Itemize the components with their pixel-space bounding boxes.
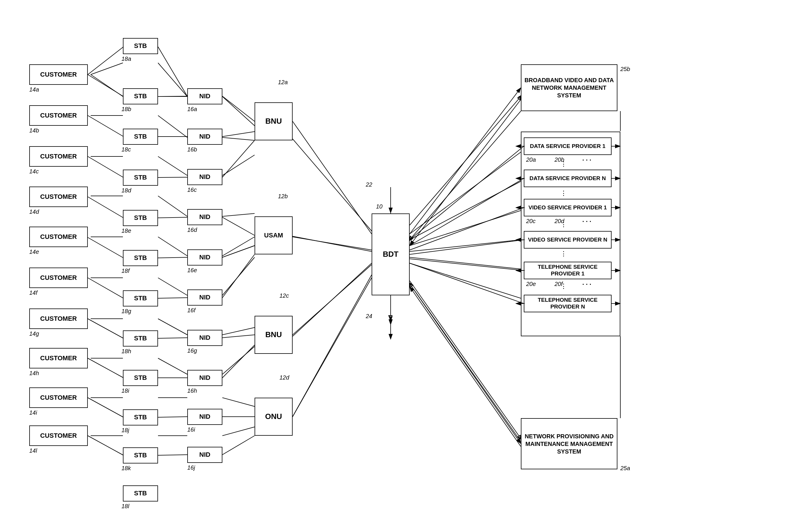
svg-line-57 <box>88 278 124 298</box>
label-18l: 18l <box>122 503 129 510</box>
svg-line-111 <box>410 284 521 444</box>
svg-line-34 <box>292 263 372 336</box>
label-14h: 14h <box>29 370 39 377</box>
label-18c: 18c <box>122 146 131 153</box>
svg-line-84 <box>292 121 372 234</box>
svg-line-26 <box>222 237 255 256</box>
label-16b: 16b <box>187 146 197 153</box>
dots-v2: ⋮ <box>560 190 567 197</box>
svg-line-81 <box>222 345 255 378</box>
svg-line-85 <box>292 236 372 251</box>
svg-line-33 <box>292 237 372 250</box>
label-16d: 16d <box>187 227 197 233</box>
nid-16i: NID <box>187 409 222 425</box>
customer-14f: CUSTOMER <box>29 267 88 288</box>
label-12b: 12b <box>278 193 288 200</box>
svg-line-63 <box>158 96 187 97</box>
svg-line-92 <box>410 146 524 240</box>
telephone-service-provider-n: TELEPHONE SERVICE PROVIDER N <box>524 295 611 312</box>
svg-line-32 <box>292 139 372 231</box>
bnu-12a: BNU <box>255 102 292 140</box>
label-20a: 20a <box>526 157 536 163</box>
svg-line-68 <box>158 298 187 298</box>
svg-line-22 <box>222 97 255 126</box>
label-14e: 14e <box>29 248 39 255</box>
svg-line-40 <box>410 152 521 234</box>
label-18e: 18e <box>122 228 131 234</box>
svg-line-59 <box>88 358 124 378</box>
dots-v4: ⋮ <box>560 250 567 258</box>
label-18g: 18g <box>122 308 131 315</box>
svg-line-13 <box>158 115 187 137</box>
stb-18k: STB <box>123 447 158 463</box>
label-14g: 14g <box>29 330 39 337</box>
label-14c: 14c <box>29 168 38 175</box>
svg-line-94 <box>410 208 524 250</box>
svg-line-65 <box>158 177 187 178</box>
svg-line-91 <box>410 99 521 246</box>
svg-line-38 <box>410 281 521 439</box>
label-16a: 16a <box>187 106 197 113</box>
label-20c: 20c <box>526 218 536 225</box>
video-service-provider-n: VIDEO SERVICE PROVIDER N <box>524 231 611 248</box>
svg-line-61 <box>88 436 124 455</box>
svg-line-72 <box>158 455 187 455</box>
bnu-12c: BNU <box>255 316 292 354</box>
label-12d: 12d <box>280 374 289 381</box>
svg-line-42 <box>410 211 521 246</box>
label-18k: 18k <box>122 465 131 472</box>
svg-line-15 <box>158 196 187 216</box>
label-16f: 16f <box>187 307 195 314</box>
svg-line-86 <box>292 265 372 335</box>
svg-line-16 <box>158 237 187 256</box>
svg-line-97 <box>410 263 524 304</box>
svg-line-35 <box>292 275 372 417</box>
svg-line-17 <box>158 278 187 295</box>
stb-18f: STB <box>123 250 158 266</box>
label-18j: 18j <box>122 427 129 433</box>
label-18i: 18i <box>122 388 129 394</box>
usam-12b: USAM <box>255 216 292 255</box>
nid-16d: NID <box>187 209 222 225</box>
label-16c: 16c <box>187 186 197 193</box>
svg-line-96 <box>410 259 524 271</box>
label-14l: 14l <box>29 447 37 454</box>
nid-16j: NID <box>187 447 222 463</box>
svg-line-36 <box>410 97 521 225</box>
svg-line-18 <box>158 319 187 335</box>
svg-line-45 <box>410 263 521 298</box>
svg-line-60 <box>88 398 124 417</box>
nid-16h: NID <box>187 370 222 386</box>
label-16e: 16e <box>187 267 197 274</box>
label-14b: 14b <box>29 127 39 134</box>
svg-line-66 <box>158 217 187 218</box>
label-14d: 14d <box>29 209 39 215</box>
svg-line-76 <box>222 217 255 235</box>
nid-16b: NID <box>187 129 222 145</box>
svg-line-44 <box>410 257 521 269</box>
label-18h: 18h <box>122 348 131 355</box>
label-14i: 14i <box>29 409 37 416</box>
dots-1: · · · <box>582 157 591 164</box>
svg-line-55 <box>88 197 124 218</box>
svg-line-90 <box>410 88 521 234</box>
label-16h: 16h <box>187 388 197 394</box>
dots-v1: ⋮ <box>560 160 567 168</box>
customer-14h: CUSTOMER <box>29 348 88 369</box>
dots-3: · · · <box>582 281 591 288</box>
customer-14c: CUSTOMER <box>29 146 88 167</box>
svg-line-24 <box>222 155 255 176</box>
svg-line-19 <box>158 358 187 374</box>
svg-line-43 <box>410 240 521 251</box>
svg-line-51 <box>88 47 124 75</box>
svg-line-54 <box>88 157 124 178</box>
label-ref10: 10 <box>376 203 382 210</box>
svg-line-83 <box>222 436 255 455</box>
diagram-container: CUSTOMER 14a CUSTOMER 14b CUSTOMER 14c C… <box>0 0 812 524</box>
svg-line-58 <box>88 319 124 338</box>
svg-line-95 <box>410 240 524 255</box>
svg-line-53 <box>88 115 124 136</box>
label-12c: 12c <box>280 292 289 299</box>
customer-14e: CUSTOMER <box>29 227 88 247</box>
data-service-provider-n: DATA SERVICE PROVIDER N <box>524 169 611 187</box>
